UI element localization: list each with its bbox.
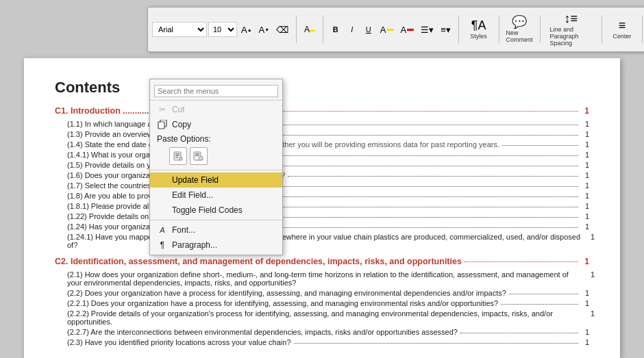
font-family-select[interactable]: Arial (152, 22, 207, 37)
context-menu-search-input[interactable] (154, 85, 278, 97)
toc-item: (1.8.1) Please provide all availab 1 (55, 201, 589, 211)
toc-item-page: 1 (586, 309, 595, 318)
toc-item-page: 1 (581, 338, 589, 346)
styles-icon: ¶A (471, 19, 486, 31)
svg-rect-8 (195, 153, 199, 155)
center-label: Center (613, 33, 632, 40)
context-menu-paragraph[interactable]: ¶ Paragraph... (150, 238, 282, 253)
font-color-button[interactable]: A (398, 22, 417, 37)
toc-item-dots (294, 343, 579, 344)
toc-item-text: (2.1) How does your organization define … (67, 270, 581, 287)
numbering-button[interactable]: ≡▾ (438, 22, 454, 37)
context-menu-edit-field[interactable]: Edit Field... (150, 188, 282, 203)
grow-font-button[interactable]: A▲ (238, 22, 255, 37)
toc-item: (1.5) Provide details on your repo 1 (55, 159, 589, 170)
section-c2-page: 1 (581, 257, 589, 266)
paste-merge-formatting-button[interactable]: A (190, 147, 208, 165)
toc-item-dots (288, 176, 578, 177)
toc-item-text: (2.2.1) Does your organization have a pr… (67, 299, 498, 307)
font-size-select[interactable]: 10 (208, 22, 237, 37)
toc-item-page: 1 (581, 171, 589, 179)
clear-formatting-button[interactable]: ⌫ (273, 22, 291, 37)
svg-rect-3 (175, 153, 179, 155)
svg-rect-4 (175, 155, 179, 157)
context-menu-update-field[interactable]: Update Field (150, 172, 282, 188)
toc-item: (1.22) Provide details on the comrce. 1 (55, 211, 589, 221)
copy-icon (157, 119, 168, 130)
toolbar: Arial 10 A▲ A▼ ⌫ A▬ B I U A A ☰▾ ≡▾ ¶A S… (147, 7, 644, 52)
paste-keep-formatting-button[interactable] (169, 147, 187, 165)
font-label: Font... (172, 225, 195, 235)
italic-button[interactable]: I (345, 22, 360, 37)
paragraph-icon: ¶ (157, 240, 168, 251)
toc-item-text: (2.2) Does your organization have a proc… (67, 289, 506, 297)
toc-item-text: (2.2.2) Provide details of your organiza… (67, 309, 581, 326)
section-c2-heading: C2. Identification, assessment, and mana… (55, 257, 589, 266)
toc-item: (1.3) Provide an overview and int 1 (55, 129, 589, 139)
separator-4 (499, 16, 499, 43)
cut-icon: ✂ (157, 104, 168, 115)
font-icon: A (157, 225, 168, 235)
separator-5 (540, 16, 541, 43)
copy-label: Copy (172, 120, 191, 129)
section-c2-heading-text: C2. Identification, assessment, and mana… (55, 257, 462, 266)
toc-item-page: 1 (581, 212, 589, 220)
toc-item: (1.24.1) Have you mapped where in your d… (55, 231, 589, 250)
line-spacing-button[interactable]: ↕≡ Line andParagraph Spacing (545, 10, 597, 49)
toc-item-text: (1.24.1) Have you mapped where in your d… (67, 233, 581, 249)
toc-item: (1.8) Are you able to provide geo 1 (55, 190, 589, 201)
toc-item-page: 1 (581, 140, 589, 149)
underline-button[interactable]: U (361, 22, 376, 37)
toc-item-dots (248, 227, 578, 228)
paste-options-row: Paste Options: (150, 132, 282, 146)
new-comment-button[interactable]: 💬 NewComment (504, 14, 534, 45)
highlight-color-button[interactable]: A (377, 22, 397, 37)
line-spacing-label: Line andParagraph Spacing (549, 26, 592, 47)
toc-item: (2.1) How does your organization define … (55, 269, 589, 287)
styles-button[interactable]: ¶A Styles (464, 17, 494, 42)
center-icon: ≡ (619, 19, 626, 31)
context-menu-search-box (150, 81, 282, 101)
cm-separator-1 (150, 170, 282, 170)
paragraph-label: Paragraph... (172, 240, 217, 250)
paste-options-label: Paste Options: (157, 134, 211, 144)
context-menu-toggle-field-codes[interactable]: Toggle Field Codes (150, 203, 282, 218)
document-page: Contents C1. Introduction ............. … (24, 58, 620, 358)
toc-item-page: 1 (581, 289, 589, 297)
toc-item-page: 1 (581, 181, 589, 190)
line-spacing-icon: ↕≡ (565, 12, 578, 25)
toc-item-page: 1 (581, 161, 589, 169)
bullets-button[interactable]: ☰▾ (418, 22, 436, 37)
section-c1-heading: C1. Introduction ............. 1 (55, 106, 589, 116)
toc-item: (2.2.2) Provide details of your organiza… (55, 308, 589, 327)
toc-item-page: 1 (581, 130, 589, 138)
toc-item-page: 1 (581, 151, 589, 159)
toc-item-page: 1 (581, 202, 589, 210)
shrink-font-button[interactable]: A▼ (256, 22, 273, 37)
toc-item-page: 1 (586, 233, 595, 241)
svg-rect-5 (175, 157, 178, 158)
separator-6 (602, 16, 602, 43)
styles-label: Styles (470, 33, 487, 40)
center-button[interactable]: ≡ Center (607, 17, 637, 42)
cm-separator-2 (150, 220, 282, 220)
toc-item-dots (460, 333, 578, 333)
svg-rect-6 (179, 157, 182, 160)
toc-item-page: 1 (581, 192, 589, 200)
update-field-icon (157, 175, 168, 186)
format-group: B I U A A ☰▾ ≡▾ (328, 22, 454, 37)
text-highlight-button[interactable]: A▬ (301, 22, 318, 37)
toc-item: (1.4) State the end date of the year emi… (55, 139, 589, 149)
toc-item: (1.24) Has your organization mapped its … (55, 221, 589, 231)
separator-7 (642, 16, 643, 43)
toc-item: (1.4.1) What is your organization'od? 1 (55, 149, 589, 159)
toggle-field-codes-label: Toggle Field Codes (172, 205, 243, 215)
context-menu-cut[interactable]: ✂ Cut (150, 102, 282, 117)
context-menu-copy[interactable]: Copy (150, 117, 282, 132)
toc-item-text: (2.3) Have you identified priority locat… (67, 338, 291, 346)
section-c2-dots (465, 261, 578, 262)
context-menu-font[interactable]: A Font... (150, 222, 282, 238)
bold-button[interactable]: B (328, 22, 343, 37)
toc-item-dots (501, 304, 578, 305)
section-c1-heading-text: C1. Introduction ............. (55, 106, 153, 116)
